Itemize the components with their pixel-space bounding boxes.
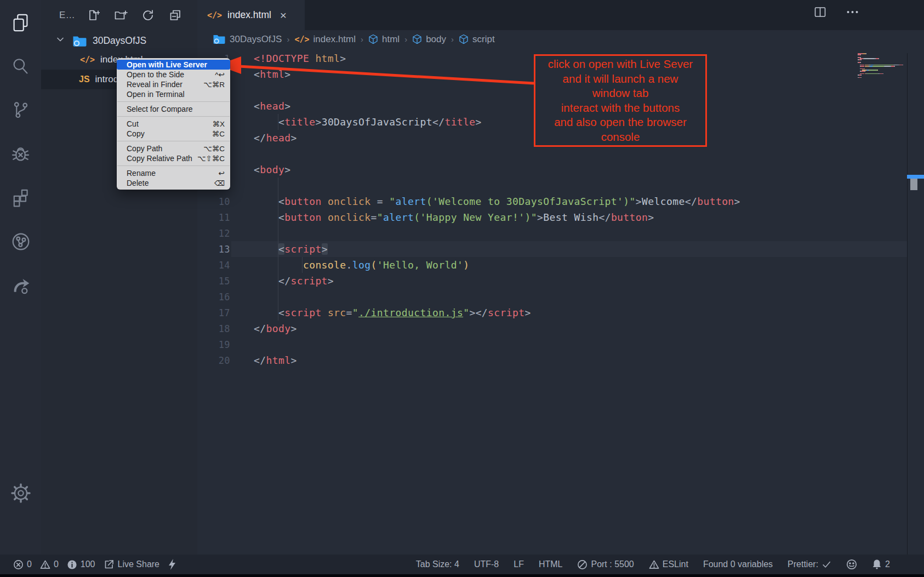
status-item-label: 0 [27,559,32,569]
line-number: 11 [197,212,230,223]
menu-item-copy[interactable]: Copy⌘C [117,129,230,139]
code-line-10[interactable]: 10 <button onclick = "alert('Welcome to … [197,193,924,209]
code-line-text: <button onclick = "alert('Welcome to 30D… [254,196,740,207]
status-item-2[interactable]: 2 [872,559,890,570]
status-item-label: Port : 5500 [591,559,634,569]
menu-item-copy-path[interactable]: Copy Path⌥⌘C [117,144,230,153]
tab-index-html[interactable]: </> index.html × [197,0,305,30]
code-line-13[interactable]: 13 <script> [197,241,924,257]
sidebar-title: E… [59,10,75,21]
breadcrumb-item-body[interactable]: body [412,34,446,45]
code-line-17[interactable]: 17 <script src="./introduction.js"></scr… [197,305,924,321]
more-actions-icon[interactable] [846,5,859,21]
status-item-lightning-icon[interactable] [168,558,176,570]
code-line-20[interactable]: 20</html> [197,352,924,368]
split-editor-icon[interactable] [813,5,827,21]
status-item-eslint[interactable]: ESLint [649,559,688,570]
status-item-label: Live Share [118,559,160,569]
status-item-smiley-icon[interactable] [846,559,857,570]
status-item-live-share[interactable]: Live Share [104,559,160,570]
activity-files-icon[interactable] [0,8,41,37]
breadcrumb-separator: › [404,35,407,44]
status-item-html[interactable]: HTML [539,559,563,569]
menu-item-rename[interactable]: Rename↩ [117,168,230,178]
menu-item-open-to-the-side[interactable]: Open to the Side^↩ [117,70,230,79]
cube-icon [459,34,469,44]
status-item-lf[interactable]: LF [514,559,524,569]
activity-source-control-icon[interactable] [0,96,41,124]
menu-item-delete[interactable]: Delete⌫ [117,178,230,188]
chevron-down-icon [55,34,66,48]
menu-item-select-for-compare[interactable]: Select for Compare [117,104,230,114]
menu-item-copy-relative-path[interactable]: Copy Relative Path⌥⇧⌘C [117,153,230,163]
refresh-icon[interactable] [134,4,162,26]
tab-close-icon[interactable]: × [280,9,287,21]
code-line-15[interactable]: 15 </script> [197,273,924,289]
breadcrumb-item-index-html[interactable]: </>index.html [294,34,356,45]
status-item-port-5500[interactable]: Port : 5500 [577,559,634,570]
code-line-text: </head> [254,132,297,144]
code-line-text: </html> [254,355,297,366]
export-icon [104,559,115,570]
menu-item-open-with-live-server[interactable]: Open with Live Server [117,60,230,70]
menu-separator [117,141,230,141]
status-item-prettier-[interactable]: Prettier: [788,559,831,569]
code-line-12[interactable]: 12 [197,225,924,241]
activity-circle-branch-icon[interactable] [0,227,41,256]
annotation-line: and it will launch a new [535,72,705,87]
activity-live-share-icon[interactable] [0,271,41,300]
check-icon [822,559,831,569]
status-item-100[interactable]: 100 [67,559,95,570]
html-file-icon: </> [80,55,95,65]
breadcrumb-item-30daysofjs[interactable]: 30DaysOfJS [213,33,282,45]
line-number: 19 [197,339,230,350]
code-line-7[interactable]: 7 [197,146,924,162]
collapse-all-icon[interactable] [162,4,189,26]
activity-extensions-icon[interactable] [0,184,41,212]
activity-debug-icon[interactable] [0,140,41,168]
status-item-0[interactable]: 0 [40,559,59,570]
tree-item-30daysofjs-folder[interactable]: 30DaysOfJS [41,32,197,50]
annotation-line: and also open the browser [535,115,705,130]
menu-item-open-in-terminal[interactable]: Open in Terminal [117,89,230,99]
status-item-label: Prettier: [788,559,818,569]
tab-strip: </> index.html × [197,0,924,30]
new-folder-icon[interactable] [107,4,134,26]
menu-item-cut[interactable]: Cut⌘X [117,119,230,129]
warning-icon [40,559,50,570]
vscode-window: E… 30DaysOfJS </> index.html JS introduc… [0,0,924,577]
menu-item-label: Cut [127,119,212,128]
status-item-0[interactable]: 0 [13,559,32,570]
code-line-text: </body> [254,323,297,334]
code-line-18[interactable]: 18</body> [197,321,924,336]
code-line-8[interactable]: 8<body> [197,162,924,178]
activity-search-icon[interactable] [0,52,41,81]
sidebar-actions [79,4,189,26]
new-file-icon[interactable] [79,4,107,26]
html-file-icon: </> [294,35,309,44]
editor-actions [813,5,859,21]
code-line-19[interactable]: 19 [197,336,924,352]
code-line-9[interactable]: 9 [197,178,924,193]
breadcrumb-item-html[interactable]: html [368,34,400,45]
menu-item-shortcut: ⌥⌘C [203,144,225,153]
menu-item-label: Open with Live Server [127,60,225,69]
status-item-label: 0 [54,559,59,569]
annotation-line: interact with the buttons [535,101,705,116]
breadcrumb-item-script[interactable]: script [459,34,495,45]
menu-item-shortcut: ⌘X [212,119,225,128]
status-item-tab-size-4[interactable]: Tab Size: 4 [416,559,459,569]
status-item-label: Tab Size: 4 [416,559,459,569]
code-line-14[interactable]: 14 console.log('Hello, World') [197,257,924,273]
status-item-found-0-variables[interactable]: Found 0 variables [703,559,773,569]
menu-separator [117,101,230,102]
status-item-utf-8[interactable]: UTF-8 [474,559,499,569]
line-number: 20 [197,355,230,366]
menu-item-reveal-in-finder[interactable]: Reveal in Finder⌥⌘R [117,79,230,89]
code-line-16[interactable]: 16 [197,289,924,305]
tab-title: index.html [227,9,271,21]
breadcrumb-label: script [472,34,495,45]
code-line-11[interactable]: 11 <button onclick="alert('Happy New Yea… [197,209,924,225]
activity-gear-icon[interactable] [0,479,41,507]
line-number: 18 [197,323,230,334]
